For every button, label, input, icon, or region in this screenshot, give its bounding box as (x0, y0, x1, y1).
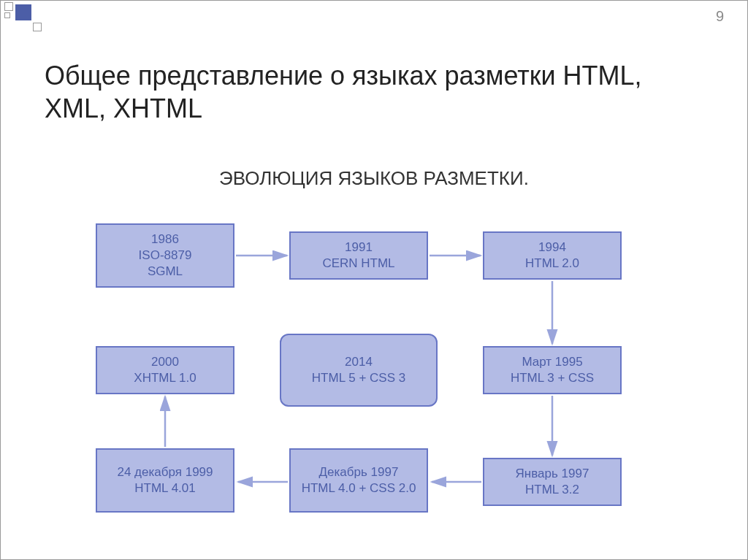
box-xhtml: 2000XHTML 1.0 (96, 346, 234, 394)
box-html20: 1994HTML 2.0 (483, 231, 622, 280)
box-html40: Декабрь 1997HTML 4.0 + CSS 2.0 (289, 448, 428, 513)
box-sgml: 1986ISO-8879SGML (96, 223, 234, 288)
box-html3: Март 1995HTML 3 + CSS (483, 346, 622, 394)
box-cern: 1991CERN HTML (289, 231, 428, 280)
page-number: 9 (716, 8, 724, 25)
corner-decoration (1, 1, 52, 26)
slide: 9 Общее представление о языках разметки … (0, 0, 748, 560)
box-html32: Январь 1997HTML 3.2 (483, 458, 622, 506)
box-html5: 2014HTML 5 + CSS 3 (280, 334, 438, 407)
slide-subtitle: ЭВОЛЮЦИЯ ЯЗЫКОВ РАЗМЕТКИ. (1, 167, 747, 190)
slide-title: Общее представление о языках разметки HT… (45, 59, 703, 125)
evolution-diagram: 1986ISO-8879SGML 1991CERN HTML 1994HTML … (74, 212, 673, 534)
box-html401: 24 декабря 1999HTML 4.01 (96, 448, 234, 513)
